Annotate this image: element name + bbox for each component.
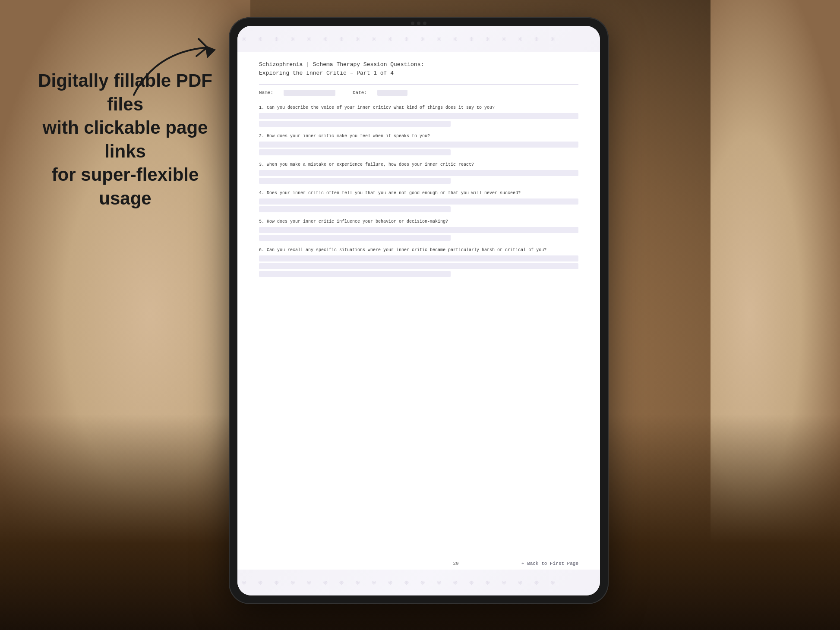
answer-line[interactable] (259, 263, 578, 269)
question-5-answer[interactable] (259, 227, 578, 241)
question-3-answer[interactable] (259, 170, 578, 184)
tablet-camera (411, 22, 426, 25)
camera-dot-3 (423, 22, 426, 25)
tablet-screen: Schizophrenia | Schema Therapy Session Q… (237, 26, 600, 595)
answer-line[interactable] (259, 227, 578, 233)
answer-line[interactable] (259, 235, 451, 241)
pdf-footer: 20 + Back to First Page (259, 561, 578, 566)
page-number: 20 (390, 561, 521, 566)
questions-list: 1. Can you describe the voice of your in… (259, 104, 578, 277)
camera-dot-1 (411, 22, 414, 25)
question-2: 2. How does your inner critic make you f… (259, 133, 578, 155)
pdf-bottom-decoration (237, 570, 600, 595)
answer-line[interactable] (259, 142, 578, 148)
tablet-wrapper: Schizophrenia | Schema Therapy Session Q… (229, 17, 609, 604)
question-5: 5. How does your inner critic influence … (259, 218, 578, 241)
answer-line[interactable] (259, 271, 451, 277)
pdf-page: Schizophrenia | Schema Therapy Session Q… (237, 26, 600, 595)
tablet-frame: Schizophrenia | Schema Therapy Session Q… (229, 17, 609, 604)
answer-line[interactable] (259, 255, 578, 261)
back-to-first-link[interactable]: + Back to First Page (521, 561, 578, 566)
pdf-title-line1: Schizophrenia | Schema Therapy Session Q… (259, 60, 578, 69)
date-field[interactable] (377, 90, 407, 96)
tagline-text: Digitally fillable PDF files with clicka… (26, 69, 224, 211)
question-3-text: 3. When you make a mistake or experience… (259, 161, 578, 168)
camera-dot-2 (417, 22, 420, 25)
question-4-answer[interactable] (259, 198, 578, 212)
answer-line[interactable] (259, 206, 451, 212)
date-label: Date: (353, 90, 367, 95)
pdf-title: Schizophrenia | Schema Therapy Session Q… (259, 60, 578, 77)
answer-line[interactable] (259, 178, 451, 184)
question-1: 1. Can you describe the voice of your in… (259, 104, 578, 127)
question-4: 4. Does your inner critic often tell you… (259, 190, 578, 212)
question-2-answer[interactable] (259, 142, 578, 155)
name-field[interactable] (284, 90, 335, 96)
question-1-text: 1. Can you describe the voice of your in… (259, 104, 578, 111)
pdf-name-date-row: Name: Date: (259, 90, 578, 96)
question-6: 6. Can you recall any specific situation… (259, 247, 578, 277)
question-2-text: 2. How does your inner critic make you f… (259, 133, 578, 139)
question-6-answer[interactable] (259, 255, 578, 277)
question-5-text: 5. How does your inner critic influence … (259, 218, 578, 225)
answer-line[interactable] (259, 149, 451, 155)
left-panel-text: Digitally fillable PDF files with clicka… (26, 69, 224, 211)
answer-line[interactable] (259, 198, 578, 205)
pdf-top-decoration (237, 26, 600, 52)
question-1-answer[interactable] (259, 113, 578, 127)
question-6-text: 6. Can you recall any specific situation… (259, 247, 578, 253)
pdf-title-line2: Exploring the Inner Critic – Part 1 of 4 (259, 69, 578, 78)
question-4-text: 4. Does your inner critic often tell you… (259, 190, 578, 196)
pdf-content: Schizophrenia | Schema Therapy Session Q… (259, 60, 578, 548)
question-3: 3. When you make a mistake or experience… (259, 161, 578, 184)
name-label: Name: (259, 90, 273, 95)
answer-line[interactable] (259, 121, 451, 127)
answer-line[interactable] (259, 113, 578, 119)
pdf-divider (259, 84, 578, 85)
answer-line[interactable] (259, 170, 578, 176)
